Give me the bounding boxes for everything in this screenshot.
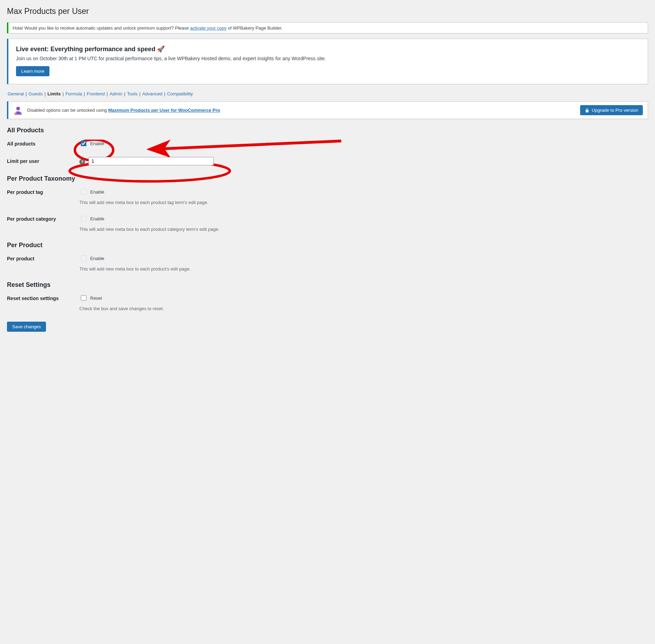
nav-tab-guests[interactable]: Guests — [28, 91, 44, 96]
desc-per-product: This will add new meta box to each produ… — [79, 266, 648, 272]
page-title: Max Products per User — [7, 3, 648, 17]
row-per-product-category: Per product category Enable This will ad… — [7, 215, 648, 232]
event-title: Live event: Everything performance and s… — [16, 45, 640, 53]
enable-per-tag-label[interactable]: Enable — [79, 188, 104, 196]
enable-per-product-checkbox — [81, 256, 86, 261]
row-limit-per-user: Limit per user ? — [7, 157, 648, 165]
desc-per-tag: This will add new meta box to each produ… — [79, 200, 648, 205]
nav-separator: | — [106, 91, 109, 96]
reset-label[interactable]: Reset — [79, 294, 102, 302]
section-heading-taxonomy: Per Product Taxonomy — [7, 175, 648, 182]
pro-upsell-bar: Disabled options can be unlocked using M… — [7, 101, 648, 119]
lock-icon — [585, 108, 590, 113]
row-per-product: Per product Enable This will add new met… — [7, 254, 648, 272]
section-heading-per-product: Per Product — [7, 242, 648, 249]
section-heading-all-products: All Products — [7, 127, 648, 134]
nav-tab-frontend[interactable]: Frontend — [86, 91, 106, 96]
event-notice: Live event: Everything performance and s… — [7, 39, 648, 84]
enable-per-product-label[interactable]: Enable — [79, 254, 104, 262]
person-icon — [13, 105, 23, 115]
activation-notice-suffix: of WPBakery Page Builder. — [228, 25, 282, 31]
nav-separator: | — [24, 91, 28, 96]
label-limit-per-user: Limit per user — [7, 157, 79, 164]
svg-point-2 — [20, 112, 21, 113]
enable-per-category-text: Enable — [90, 216, 104, 221]
nav-tab-tools[interactable]: Tools — [126, 91, 138, 96]
enable-per-category-label[interactable]: Enable — [79, 215, 104, 222]
pro-link[interactable]: Maximum Products per User for WooCommerc… — [108, 108, 220, 113]
row-reset: Reset section settings Reset Check the b… — [7, 294, 648, 311]
label-all-products: All products — [7, 140, 79, 147]
activation-notice: Hola! Would you like to receive automati… — [7, 22, 648, 33]
enable-per-tag-text: Enable — [90, 189, 104, 195]
svg-point-1 — [15, 112, 16, 113]
settings-subnav: General|Guests|Limits|Formula|Frontend|A… — [7, 91, 648, 96]
upgrade-button[interactable]: Upgrade to Pro version — [580, 105, 643, 115]
label-per-product-category: Per product category — [7, 215, 79, 222]
nav-tab-compatibility[interactable]: Compatibility — [166, 91, 194, 96]
nav-tab-formula[interactable]: Formula — [65, 91, 83, 96]
row-per-product-tag: Per product tag Enable This will add new… — [7, 188, 648, 205]
enable-all-products-label[interactable]: Enable — [79, 140, 104, 147]
activation-notice-prefix: Hola! Would you like to receive automati… — [13, 25, 189, 31]
nav-separator: | — [83, 91, 86, 96]
nav-separator: | — [138, 91, 141, 96]
svg-point-0 — [16, 107, 20, 110]
nav-separator: | — [163, 91, 166, 96]
enable-per-product-text: Enable — [90, 256, 104, 261]
label-reset: Reset section settings — [7, 294, 79, 301]
enable-all-products-checkbox[interactable] — [81, 141, 86, 146]
nav-tab-advanced[interactable]: Advanced — [141, 91, 163, 96]
event-body: Join us on October 30th at 1 PM UTC for … — [16, 56, 640, 61]
upgrade-button-label: Upgrade to Pro version — [592, 108, 638, 113]
help-icon[interactable]: ? — [79, 159, 85, 165]
enable-per-tag-checkbox — [81, 189, 86, 195]
limit-per-user-input[interactable] — [88, 157, 214, 165]
nav-tab-admin[interactable]: Admin — [109, 91, 123, 96]
section-heading-reset: Reset Settings — [7, 281, 648, 289]
learn-more-button[interactable]: Learn more — [16, 66, 49, 76]
label-per-product: Per product — [7, 254, 79, 261]
desc-reset: Check the box and save changes to reset. — [79, 306, 648, 311]
nav-tab-limits[interactable]: Limits — [47, 91, 61, 96]
reset-text: Reset — [90, 296, 102, 301]
nav-separator: | — [44, 91, 47, 96]
nav-tab-general[interactable]: General — [7, 91, 24, 96]
nav-separator: | — [62, 91, 65, 96]
enable-all-products-text: Enable — [90, 141, 104, 146]
label-per-product-tag: Per product tag — [7, 188, 79, 195]
enable-per-category-checkbox — [81, 216, 86, 221]
pro-text: Disabled options can be unlocked using — [27, 108, 107, 113]
save-button[interactable]: Save changes — [7, 322, 46, 332]
row-all-products: All products Enable — [7, 140, 648, 147]
desc-per-category: This will add new meta box to each produ… — [79, 227, 648, 232]
reset-checkbox[interactable] — [81, 295, 86, 301]
annotation-overlay — [7, 140, 355, 192]
nav-separator: | — [123, 91, 126, 96]
activate-link[interactable]: activate your copy — [190, 25, 227, 31]
